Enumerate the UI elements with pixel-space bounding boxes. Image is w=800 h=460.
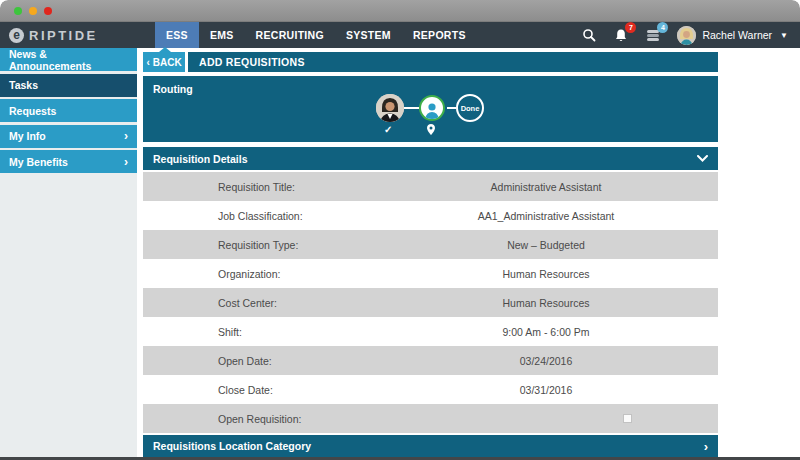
sidebar-item-label: News & Announcements — [9, 48, 128, 72]
tab-ess[interactable]: ESS — [155, 22, 199, 48]
sidebar-item-label: Requests — [9, 105, 56, 117]
person-icon — [423, 101, 441, 119]
open-requisition-checkbox[interactable] — [623, 414, 632, 423]
location-pin-icon — [427, 124, 435, 137]
main-content: ‹ BACK ADD REQUISITIONS Routing — [143, 52, 718, 457]
chevron-down-icon: ▼ — [780, 31, 788, 40]
chevron-right-icon: › — [124, 130, 128, 142]
step-connector — [447, 107, 456, 109]
routing-step-done[interactable]: Done — [456, 94, 484, 122]
sidebar: News & Announcements Tasks Requests My I… — [0, 48, 137, 457]
tab-recruiting[interactable]: RECRUITING — [245, 22, 335, 48]
field-label: Requisition Type: — [218, 239, 298, 251]
field-value[interactable]: AA1_Administrative Assistant — [371, 210, 721, 222]
section-title: Requisition Details — [153, 153, 248, 165]
messages-count-badge: 4 — [657, 22, 668, 33]
detail-row-job-classification: Job Classification: AA1_Administrative A… — [143, 201, 718, 230]
chevron-right-icon: › — [124, 156, 128, 168]
sidebar-item-my-benefits[interactable]: My Benefits › — [0, 150, 137, 173]
sidebar-item-label: My Info — [9, 130, 46, 142]
tab-reports[interactable]: REPORTS — [402, 22, 477, 48]
chevron-down-icon — [697, 155, 708, 162]
chevron-right-icon: › — [704, 440, 708, 453]
routing-section: Routing — [143, 76, 718, 142]
field-label: Organization: — [218, 268, 280, 280]
back-button[interactable]: ‹ BACK — [143, 52, 185, 72]
detail-row-open-requisition: Open Requisition: — [143, 404, 718, 433]
app-window: e RIPTIDE ESS EMS RECRUITING SYSTEM REPO… — [0, 0, 800, 460]
field-value[interactable]: New – Budgeted — [371, 239, 721, 251]
sidebar-item-my-info[interactable]: My Info › — [0, 125, 137, 148]
user-menu[interactable]: Rachel Warner ▼ — [677, 26, 788, 45]
nav-tabs: ESS EMS RECRUITING SYSTEM REPORTS — [155, 22, 477, 48]
app-logo-text: RIPTIDE — [29, 28, 98, 43]
window-zoom-button[interactable] — [14, 7, 22, 15]
sidebar-item-tasks[interactable]: Tasks — [0, 74, 137, 97]
field-label: Open Requisition: — [218, 413, 301, 425]
detail-row-close-date: Close Date: 03/31/2016 — [143, 375, 718, 404]
approver-photo — [376, 94, 404, 122]
field-value[interactable]: Human Resources — [371, 268, 721, 280]
check-icon: ✓ — [384, 124, 392, 135]
routing-step-current-avatar[interactable] — [419, 95, 445, 121]
tab-ems[interactable]: EMS — [199, 22, 245, 48]
detail-row-requisition-title: Requisition Title: Administrative Assist… — [143, 172, 718, 201]
routing-step-approver-avatar[interactable] — [376, 94, 404, 122]
messages-stack-icon[interactable]: 4 — [645, 27, 661, 43]
field-value[interactable]: 03/24/2016 — [371, 355, 721, 367]
window-close-button[interactable] — [44, 7, 52, 15]
step-connector — [404, 107, 419, 109]
tab-pointer-notch — [159, 47, 171, 52]
detail-row-cost-center: Cost Center: Human Resources — [143, 288, 718, 317]
back-button-label: BACK — [153, 57, 182, 68]
user-avatar — [677, 26, 696, 45]
notification-count-badge: 7 — [625, 22, 636, 33]
done-step-label: Done — [461, 104, 480, 113]
field-label: Cost Center: — [218, 297, 277, 309]
field-label: Open Date: — [218, 355, 272, 367]
sidebar-item-label: Tasks — [9, 79, 38, 91]
sidebar-item-requests[interactable]: Requests — [0, 99, 137, 122]
section-title: Requisitions Location Category — [153, 440, 311, 452]
requisition-details-header[interactable]: Requisition Details — [143, 147, 718, 170]
sidebar-item-label: My Benefits — [9, 156, 68, 168]
field-value[interactable]: Human Resources — [371, 297, 721, 309]
requisitions-location-category-header[interactable]: Requisitions Location Category › — [143, 435, 718, 457]
field-label: Job Classification: — [218, 210, 303, 222]
field-label: Shift: — [218, 326, 242, 338]
detail-row-open-date: Open Date: 03/24/2016 — [143, 346, 718, 375]
details-rows: Requisition Title: Administrative Assist… — [143, 172, 718, 433]
riptide-logo-icon: e — [9, 28, 24, 43]
back-chevron-icon: ‹ — [146, 57, 149, 68]
navbar: e RIPTIDE ESS EMS RECRUITING SYSTEM REPO… — [0, 22, 800, 48]
field-label: Close Date: — [218, 384, 273, 396]
search-icon[interactable] — [581, 27, 597, 43]
tab-system[interactable]: SYSTEM — [335, 22, 402, 48]
field-value[interactable]: 03/31/2016 — [371, 384, 721, 396]
detail-row-organization: Organization: Human Resources — [143, 259, 718, 288]
app-logo[interactable]: e RIPTIDE — [0, 22, 150, 48]
sidebar-item-news-announcements[interactable]: News & Announcements — [0, 48, 137, 71]
titlebar — [0, 0, 800, 22]
notifications-bell-icon[interactable]: 7 — [613, 27, 629, 43]
window-minimize-button[interactable] — [29, 7, 37, 15]
user-name: Rachel Warner — [702, 29, 772, 41]
field-label: Requisition Title: — [218, 181, 295, 193]
field-value[interactable]: Administrative Assistant — [371, 181, 721, 193]
page-title: ADD REQUISITIONS — [188, 52, 718, 72]
search-icon-glyph — [582, 28, 596, 42]
detail-row-requisition-type: Requisition Type: New – Budgeted — [143, 230, 718, 259]
field-value[interactable]: 9:00 Am - 6:00 Pm — [371, 326, 721, 338]
detail-row-shift: Shift: 9:00 Am - 6:00 Pm — [143, 317, 718, 346]
